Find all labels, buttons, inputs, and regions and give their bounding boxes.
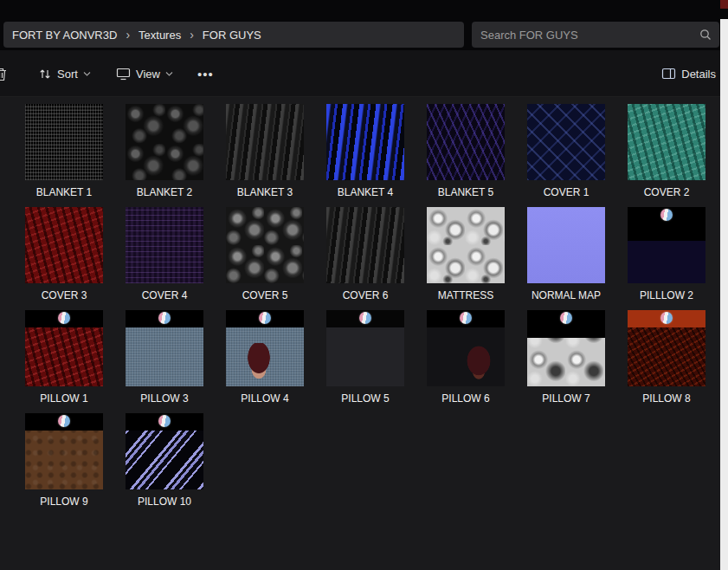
- file-name: NORMAL MAP: [532, 289, 601, 301]
- titlebar: FORT BY AONVR3D › Textures › FOR GUYS: [0, 0, 728, 50]
- monitor-icon: [116, 68, 131, 81]
- see-more-button[interactable]: •••: [197, 50, 214, 97]
- file-item[interactable]: PILLOW 9: [14, 413, 114, 516]
- file-name: PILLOW 5: [341, 392, 389, 405]
- breadcrumb-item-current[interactable]: FOR GUYS: [203, 29, 261, 42]
- chevron-right-icon[interactable]: ›: [190, 29, 194, 41]
- file-thumbnail: [326, 104, 404, 180]
- file-item[interactable]: COVER 4: [114, 207, 215, 310]
- file-thumbnail: [25, 104, 103, 180]
- file-thumbnail: [527, 310, 605, 386]
- sort-label: Sort: [57, 68, 78, 81]
- sphere-badge-icon: [359, 312, 371, 324]
- sphere-badge-icon: [460, 312, 472, 324]
- file-list-area: BLANKET 1 BLANKET 2 BLANKET 3 BLANKET 4 …: [0, 97, 728, 570]
- file-item[interactable]: PILLOW 3: [114, 310, 215, 413]
- sphere-badge-icon: [58, 312, 70, 324]
- trash-icon: [0, 67, 8, 81]
- file-item[interactable]: PILLOW 7: [516, 310, 616, 413]
- file-name: COVER 4: [142, 289, 188, 301]
- details-pane-icon: [661, 68, 676, 80]
- delete-button[interactable]: [0, 50, 8, 97]
- file-item[interactable]: COVER 6: [315, 207, 416, 310]
- file-name: BLANKET 5: [438, 186, 493, 198]
- file-item[interactable]: BLANKET 5: [416, 104, 516, 207]
- file-item[interactable]: COVER 3: [14, 207, 114, 310]
- file-name: BLANKET 3: [237, 186, 293, 198]
- file-item[interactable]: COVER 5: [215, 207, 315, 310]
- sphere-badge-icon: [259, 312, 271, 324]
- command-bar: Sort View ••• Details: [0, 50, 728, 97]
- file-thumbnail: [427, 104, 505, 180]
- breadcrumb-item-textures[interactable]: Textures: [139, 29, 181, 42]
- file-item[interactable]: PILLLOW 2: [616, 207, 717, 310]
- file-item[interactable]: BLANKET 1: [14, 104, 114, 207]
- file-thumbnail: [326, 310, 404, 386]
- search-icon[interactable]: [699, 28, 712, 42]
- file-name: PILLOW 3: [140, 392, 188, 405]
- file-item[interactable]: PILLOW 6: [416, 310, 516, 413]
- file-name: COVER 3: [42, 289, 87, 301]
- breadcrumb-item-root[interactable]: FORT BY AONVR3D: [12, 29, 117, 42]
- window-edge: [720, 19, 728, 570]
- file-item[interactable]: PILLOW 5: [315, 310, 416, 413]
- file-name: COVER 1: [544, 186, 589, 198]
- view-button[interactable]: View: [116, 50, 173, 97]
- file-name: BLANKET 4: [338, 186, 393, 198]
- file-item[interactable]: PILLOW 8: [616, 310, 717, 413]
- file-thumbnail: [527, 104, 605, 180]
- file-name: MATTRESS: [438, 289, 493, 301]
- file-name: COVER 2: [644, 186, 690, 198]
- file-thumbnail: [326, 207, 404, 283]
- file-thumbnail: [427, 207, 505, 283]
- search-input[interactable]: [472, 22, 719, 48]
- file-item[interactable]: PILLOW 1: [14, 310, 114, 413]
- file-name: PILLOW 1: [40, 392, 87, 405]
- file-item[interactable]: MATTRESS: [416, 207, 516, 310]
- file-thumbnail: [226, 310, 304, 386]
- file-thumbnail: [25, 413, 103, 489]
- sphere-badge-icon: [158, 312, 171, 324]
- file-thumbnail: [527, 207, 605, 283]
- file-name: PILLOW 9: [40, 496, 87, 508]
- file-thumbnail: [226, 207, 304, 283]
- file-name: PILLOW 8: [642, 392, 690, 405]
- sphere-badge-icon: [660, 209, 673, 221]
- file-thumbnail: [628, 310, 705, 386]
- file-grid: BLANKET 1 BLANKET 2 BLANKET 3 BLANKET 4 …: [14, 104, 717, 516]
- search-box: [472, 22, 719, 48]
- file-item[interactable]: COVER 1: [516, 104, 616, 207]
- breadcrumb: FORT BY AONVR3D › Textures › FOR GUYS: [3, 22, 464, 48]
- file-name: PILLOW 6: [441, 392, 489, 405]
- file-name: PILLLOW 2: [640, 289, 693, 301]
- file-thumbnail: [126, 207, 203, 283]
- view-label: View: [136, 68, 160, 81]
- file-thumbnail: [126, 413, 203, 489]
- file-thumbnail: [126, 104, 203, 180]
- file-item[interactable]: BLANKET 3: [215, 104, 315, 207]
- details-toggle-button[interactable]: Details: [661, 50, 716, 97]
- file-name: PILLOW 7: [542, 392, 589, 405]
- file-thumbnail: [628, 207, 705, 283]
- file-name: COVER 6: [343, 289, 389, 301]
- file-thumbnail: [126, 310, 203, 386]
- file-item[interactable]: NORMAL MAP: [516, 207, 616, 310]
- file-item[interactable]: COVER 2: [616, 104, 717, 207]
- file-name: PILLOW 10: [138, 496, 191, 508]
- file-item[interactable]: PILLOW 4: [215, 310, 315, 413]
- file-name: COVER 5: [242, 289, 288, 301]
- file-item[interactable]: BLANKET 2: [114, 104, 215, 207]
- file-item[interactable]: BLANKET 4: [315, 104, 416, 207]
- sphere-badge-icon: [560, 312, 572, 324]
- sphere-badge-icon: [660, 312, 673, 324]
- file-item[interactable]: PILLOW 10: [114, 413, 215, 516]
- file-thumbnail: [628, 104, 705, 180]
- sort-button[interactable]: Sort: [38, 50, 91, 97]
- chevron-down-icon: [165, 71, 173, 76]
- chevron-down-icon: [83, 71, 91, 76]
- details-label: Details: [681, 68, 716, 81]
- file-thumbnail: [25, 207, 103, 283]
- file-thumbnail: [226, 104, 304, 180]
- chevron-right-icon[interactable]: ›: [126, 29, 130, 41]
- sort-icon: [38, 68, 52, 81]
